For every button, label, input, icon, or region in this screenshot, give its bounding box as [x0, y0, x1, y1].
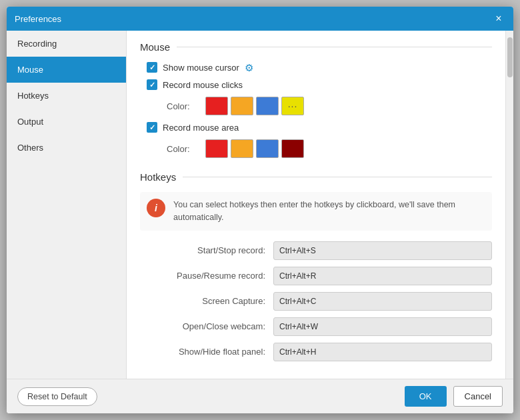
hotkey-input-1[interactable]: Ctrl+Alt+R	[273, 267, 492, 285]
hotkey-row-1: Pause/Resume record: Ctrl+Alt+R	[140, 267, 492, 285]
click-color-more[interactable]: ···	[281, 97, 304, 115]
record-clicks-label: Record mouse clicks	[163, 80, 243, 90]
area-color-orange[interactable]	[231, 139, 253, 158]
hotkey-input-2[interactable]: Ctrl+Alt+C	[273, 292, 492, 311]
record-area-label: Record mouse area	[163, 123, 239, 133]
gear-icon[interactable]: ⚙	[245, 62, 255, 73]
hotkeys-section-title: Hotkeys	[140, 171, 492, 183]
dialog-title: Preferences	[15, 14, 61, 24]
hotkey-row-2: Screen Capture: Ctrl+Alt+C	[140, 292, 492, 311]
show-cursor-row: Show mouse cursor ⚙	[140, 62, 492, 73]
footer-right: OK Cancel	[405, 386, 503, 407]
sidebar-item-others[interactable]: Others	[7, 135, 126, 161]
area-color-label: Color:	[167, 144, 200, 154]
record-area-checkbox[interactable]	[147, 122, 157, 133]
area-color-blue[interactable]	[256, 139, 279, 158]
area-color-row: Color:	[140, 139, 492, 158]
info-text: You can select hotkeys then enter the ho…	[173, 199, 485, 224]
hotkey-label-3: Open/Close webcam:	[140, 321, 273, 331]
mouse-section-title: Mouse	[140, 41, 492, 53]
area-color-darkred[interactable]	[281, 139, 304, 158]
hotkey-label-1: Pause/Resume record:	[140, 271, 273, 281]
title-bar: Preferences ×	[7, 7, 513, 31]
show-cursor-label: Show mouse cursor	[163, 63, 239, 73]
show-cursor-checkbox[interactable]	[147, 62, 157, 73]
hotkey-row-3: Open/Close webcam: Ctrl+Alt+W	[140, 317, 492, 336]
sidebar: Recording Mouse Hotkeys Output Others	[7, 31, 127, 379]
click-color-blue[interactable]	[256, 97, 279, 115]
sidebar-item-mouse[interactable]: Mouse	[7, 57, 126, 83]
info-icon: i	[147, 199, 165, 217]
preferences-dialog: Preferences × Recording Mouse Hotkeys Ou…	[7, 7, 513, 413]
record-area-row: Record mouse area	[140, 122, 492, 133]
hotkey-input-0[interactable]: Ctrl+Alt+S	[273, 241, 492, 260]
hotkey-row-0: Start/Stop record: Ctrl+Alt+S	[140, 241, 492, 260]
sidebar-item-output[interactable]: Output	[7, 109, 126, 135]
info-box: i You can select hotkeys then enter the …	[140, 192, 492, 231]
hotkey-label-0: Start/Stop record:	[140, 245, 273, 255]
click-color-label: Color:	[167, 101, 200, 111]
hotkeys-section: Hotkeys i You can select hotkeys then en…	[140, 171, 492, 361]
hotkey-row-4: Show/Hide float panel: Ctrl+Alt+H	[140, 343, 492, 361]
dialog-content: Recording Mouse Hotkeys Output Others Mo…	[7, 31, 513, 379]
cancel-button[interactable]: Cancel	[453, 386, 503, 407]
record-clicks-row: Record mouse clicks	[140, 79, 492, 90]
sidebar-item-recording[interactable]: Recording	[7, 31, 126, 57]
click-color-red[interactable]	[205, 97, 228, 115]
footer: Reset to Default OK Cancel	[7, 379, 513, 413]
scrollbar-thumb[interactable]	[507, 37, 513, 77]
close-button[interactable]: ×	[492, 12, 505, 25]
click-color-orange[interactable]	[231, 97, 253, 115]
scrollbar[interactable]	[505, 31, 513, 379]
reset-button[interactable]: Reset to Default	[17, 387, 97, 406]
ok-button[interactable]: OK	[405, 386, 447, 407]
main-content: Mouse Show mouse cursor ⚙ Record mouse c…	[127, 31, 505, 379]
hotkey-input-3[interactable]: Ctrl+Alt+W	[273, 317, 492, 336]
hotkey-label-4: Show/Hide float panel:	[140, 347, 273, 357]
hotkey-input-4[interactable]: Ctrl+Alt+H	[273, 343, 492, 361]
click-color-row: Color: ···	[140, 97, 492, 115]
sidebar-item-hotkeys[interactable]: Hotkeys	[7, 83, 126, 109]
record-clicks-checkbox[interactable]	[147, 79, 157, 90]
area-color-red[interactable]	[205, 139, 228, 158]
hotkey-label-2: Screen Capture:	[140, 296, 273, 306]
